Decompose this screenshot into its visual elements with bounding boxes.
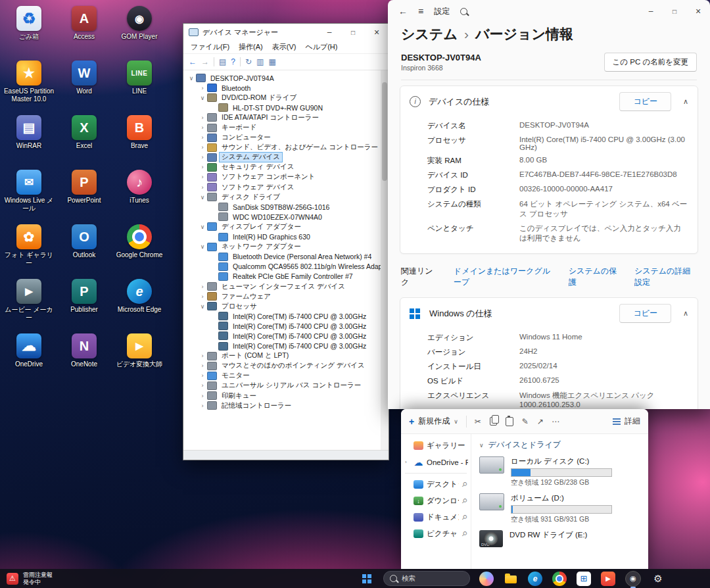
tree-item[interactable]: ›ユニバーサル シリアル バス コントローラー bbox=[185, 381, 389, 391]
refresh-icon[interactable]: ↻ bbox=[245, 58, 252, 66]
tree-item[interactable]: Intel(R) Core(TM) i5-7400 CPU @ 3.00GHz bbox=[185, 311, 389, 321]
edge-icon[interactable]: e bbox=[528, 572, 542, 586]
desktop-icon-recycle-bin[interactable]: ♻ごみ箱 bbox=[1, 3, 57, 57]
copy-icon[interactable] bbox=[490, 417, 497, 426]
file-explorer-icon[interactable] bbox=[504, 572, 518, 586]
chevron-right-icon[interactable]: › bbox=[199, 134, 206, 141]
maximize-icon[interactable] bbox=[663, 0, 686, 22]
chevron-right-icon[interactable]: › bbox=[199, 283, 206, 290]
chevron-right-icon[interactable]: › bbox=[199, 353, 206, 359]
more-options-icon[interactable] bbox=[552, 417, 559, 426]
desktop-icon-winrar[interactable]: ▤WinRAR bbox=[1, 112, 57, 166]
chevron-right-icon[interactable]: › bbox=[199, 144, 206, 151]
tree-item[interactable]: ∨DVD/CD-ROM ドライブ bbox=[185, 93, 389, 103]
tree-item[interactable]: HL-DT-ST DVD+-RW GU90N bbox=[185, 103, 389, 112]
tree-item[interactable]: Intel(R) Core(TM) i5-7400 CPU @ 3.00GHz bbox=[185, 331, 389, 341]
tree-item[interactable]: ∨ディスク ドライブ bbox=[185, 192, 389, 202]
tree-item[interactable]: ›ヒューマン インターフェイス デバイス bbox=[185, 282, 389, 291]
menu-item[interactable]: 表示(V) bbox=[268, 41, 301, 53]
drive-item[interactable]: ボリューム (D:)空き領域 931 GB/931 GB bbox=[479, 493, 640, 524]
tree-item[interactable]: ∨プロセッサ bbox=[185, 301, 389, 311]
back-icon[interactable] bbox=[398, 6, 408, 16]
desktop-icon-outlook[interactable]: OOutlook bbox=[57, 221, 112, 276]
tree-item[interactable]: Intel(R) Core(TM) i5-7400 CPU @ 3.00GHz bbox=[185, 341, 389, 351]
share-icon[interactable] bbox=[537, 417, 544, 426]
desktop-icon-powerpoint[interactable]: PPowerPoint bbox=[57, 166, 112, 221]
desktop-icon-photo-gallery[interactable]: ✿フォト ギャラリー bbox=[1, 221, 57, 276]
settings-icon[interactable]: ⚙ bbox=[651, 572, 665, 586]
tree-item[interactable]: ›IDE ATA/ATAPI コントローラー bbox=[185, 112, 389, 122]
desktop-icon-publisher[interactable]: PPublisher bbox=[57, 276, 112, 330]
sidebar-item-pictures[interactable]: ピクチャ bbox=[401, 526, 471, 542]
chevron-right-icon[interactable]: › bbox=[199, 293, 206, 300]
minimize-icon[interactable] bbox=[639, 0, 663, 22]
close-icon[interactable] bbox=[365, 24, 389, 41]
desktop-icon-easeus-partition-master[interactable]: ★EaseUS Partition Master 10.0 bbox=[1, 57, 57, 112]
chevron-right-icon[interactable]: › bbox=[199, 362, 206, 369]
help-icon[interactable]: ? bbox=[231, 58, 235, 66]
desktop-icon-excel[interactable]: XExcel bbox=[57, 112, 112, 166]
desktop-icon-word[interactable]: WWord bbox=[57, 57, 112, 112]
tree-item[interactable]: Intel(R) HD Graphics 630 bbox=[185, 232, 389, 242]
scrollbar-thumb[interactable] bbox=[382, 82, 387, 181]
related-link[interactable]: システムの詳細設定 bbox=[634, 266, 697, 288]
menu-item[interactable]: ファイル(F) bbox=[186, 41, 234, 53]
desktop-icon-video-converter[interactable]: ▶ビデオ変換大師 bbox=[112, 330, 167, 385]
tree-item[interactable]: Bluetooth Device (Personal Area Network)… bbox=[185, 252, 389, 262]
chevron-down-icon[interactable]: ∨ bbox=[199, 303, 206, 310]
tree-item[interactable]: SanDisk SD9TB8W-256G-1016 bbox=[185, 202, 389, 212]
tree-item[interactable]: Qualcomm QCA9565 802.11b/g/n Wireless Ad… bbox=[185, 262, 389, 272]
tree-item[interactable]: Realtek PCIe GbE Family Controller #7 bbox=[185, 272, 389, 282]
tree-item[interactable]: ›Bluetooth bbox=[185, 83, 389, 93]
chrome-icon[interactable] bbox=[552, 572, 567, 586]
widgets-button[interactable]: 雷雨注意報 発令中 bbox=[0, 569, 59, 588]
chevron-right-icon[interactable]: › bbox=[199, 372, 206, 379]
related-link[interactable]: システムの保護 bbox=[569, 266, 617, 288]
menu-item[interactable]: ヘルプ(H) bbox=[300, 41, 342, 53]
tree-item[interactable]: ›システム デバイス bbox=[185, 153, 389, 162]
tree-item[interactable]: ›セキュリティ デバイス bbox=[185, 162, 389, 172]
tree-item[interactable]: WDC WD10EZEX-07WN4A0 bbox=[185, 212, 389, 222]
chevron-down-icon[interactable]: ∨ bbox=[199, 224, 206, 230]
properties-icon[interactable]: ▥ bbox=[256, 58, 264, 66]
sidebar-item-gallery[interactable]: ギャラリー bbox=[401, 437, 471, 454]
forward-icon[interactable]: → bbox=[201, 58, 209, 66]
tree-item[interactable]: ›キーボード bbox=[185, 122, 389, 132]
desktop-icon-gom-player[interactable]: ◉GOM Player bbox=[112, 3, 167, 57]
sidebar-item-desktop[interactable]: デスクトップ bbox=[401, 476, 471, 493]
chevron-down-icon[interactable]: ∨ bbox=[199, 95, 206, 101]
drive-item[interactable]: ローカル ディスク (C:)空き領域 192 GB/238 GB bbox=[479, 456, 640, 487]
chevron-right-icon[interactable]: › bbox=[199, 164, 206, 170]
maximize-icon[interactable] bbox=[341, 24, 365, 41]
drive-item[interactable]: DVDDVD RW ドライブ (E:) bbox=[479, 530, 640, 547]
chevron-right-icon[interactable]: › bbox=[199, 403, 206, 409]
desktop-icon-windows-live-mail[interactable]: ✉Windows Live メール bbox=[1, 166, 57, 221]
start-button[interactable] bbox=[357, 569, 377, 588]
menu-icon[interactable] bbox=[418, 6, 423, 16]
tree-item[interactable]: ›サウンド、ビデオ、およびゲーム コントローラー bbox=[185, 143, 389, 153]
chevron-right-icon[interactable]: › bbox=[199, 154, 206, 160]
chevron-down-icon[interactable]: ∨ bbox=[199, 194, 206, 201]
windows-spec-card-header[interactable]: Windows の仕様 コピー bbox=[400, 298, 698, 329]
chevron-right-icon[interactable]: › bbox=[199, 114, 206, 121]
menu-item[interactable]: 操作(A) bbox=[234, 41, 268, 53]
desktop-icon-line[interactable]: LINELINE bbox=[112, 57, 167, 112]
breadcrumb-system[interactable]: システム bbox=[401, 25, 458, 43]
media-player-icon[interactable]: ▶ bbox=[601, 572, 615, 586]
tree-item[interactable]: ›ソフトウェア コンポーネント bbox=[185, 172, 389, 182]
tree-item[interactable]: ∨ネットワーク アダプター bbox=[185, 242, 389, 252]
search-icon[interactable] bbox=[460, 8, 467, 15]
tree-item[interactable]: ›ファームウェア bbox=[185, 291, 389, 301]
tree-item[interactable]: ›記憶域コントローラー bbox=[185, 401, 389, 410]
desktop-icon-onenote[interactable]: NOneNote bbox=[57, 330, 112, 385]
console-root-icon[interactable]: ▤ bbox=[219, 58, 226, 66]
tree-item[interactable]: ›ソフトウェア デバイス bbox=[185, 182, 389, 192]
tree-item[interactable]: ∨ディスプレイ アダプター bbox=[185, 222, 389, 232]
related-link[interactable]: ドメインまたはワークグループ bbox=[454, 266, 552, 288]
desktop-icon-access[interactable]: AAccess bbox=[57, 3, 112, 57]
minimize-icon[interactable] bbox=[318, 24, 341, 41]
cut-icon[interactable] bbox=[475, 417, 481, 426]
desktop-icon-itunes[interactable]: ♪iTunes bbox=[112, 166, 167, 221]
desktop-icon-google-chrome[interactable]: Google Chrome bbox=[112, 221, 167, 276]
desktop-icon-brave[interactable]: BBrave bbox=[112, 112, 167, 166]
